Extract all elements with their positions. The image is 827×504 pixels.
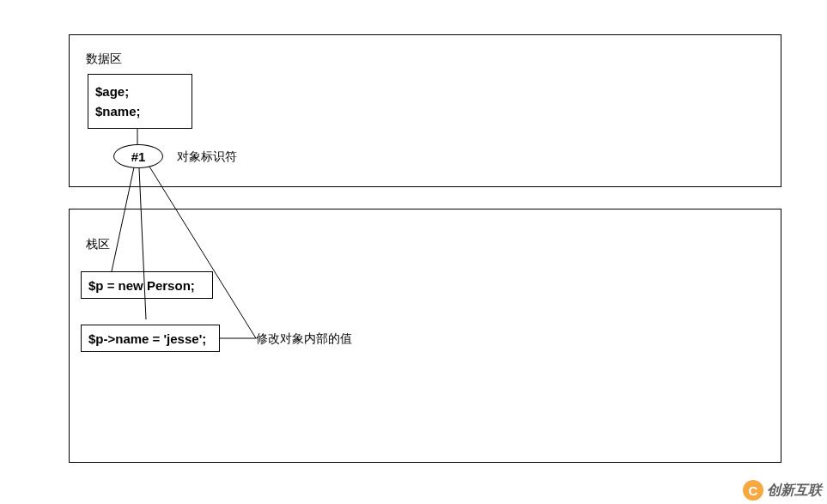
object-identifier-ellipse: #1	[113, 144, 163, 168]
watermark: C 创新互联	[743, 480, 822, 501]
code-assign-name-box: $p->name = 'jesse';	[81, 325, 220, 352]
watermark-logo-icon: C	[743, 480, 763, 501]
code-assign-name-note: 修改对象内部的值	[256, 331, 352, 347]
data-area-title: 数据区	[86, 52, 122, 67]
watermark-text: 创新互联	[767, 482, 822, 500]
stack-area-title: 栈区	[86, 237, 110, 252]
code-new-person-box: $p = new Person;	[81, 271, 213, 299]
diagram-stage: 数据区 $age; $name; #1 对象标识符 栈区 $p = new Pe…	[0, 0, 827, 504]
code-new-person-text: $p = new Person;	[88, 278, 195, 293]
code-assign-name-text: $p->name = 'jesse';	[88, 331, 206, 346]
class-fields-box: $age; $name;	[88, 74, 192, 129]
watermark-logo-letter: C	[749, 483, 758, 498]
class-field-name: $name;	[95, 104, 185, 118]
object-identifier-label: #1	[131, 149, 146, 164]
class-field-age: $age;	[95, 84, 185, 99]
object-identifier-caption: 对象标识符	[177, 149, 237, 165]
